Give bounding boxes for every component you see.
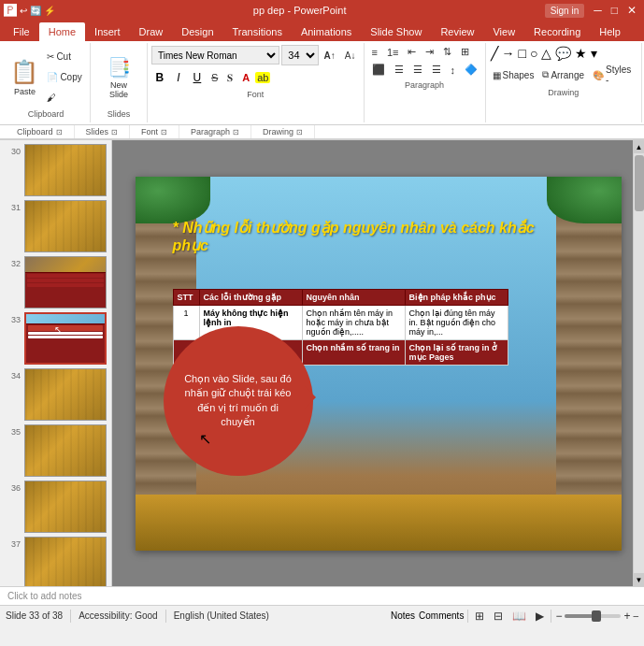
arrange-button[interactable]: ⧉ Arrange bbox=[539, 65, 587, 84]
vertical-scrollbar[interactable]: ▲ ▼ bbox=[633, 140, 644, 586]
scroll-up-btn[interactable]: ▲ bbox=[634, 140, 645, 153]
shape-star-icon[interactable]: ★ bbox=[574, 45, 588, 62]
italic-button[interactable]: I bbox=[170, 69, 187, 86]
smart-art-button[interactable]: 🔷 bbox=[461, 63, 481, 77]
titlebar: 🅿 ↩ 🔄 ⚡ pp dep - PowerPoint Sign in ─ □ … bbox=[0, 0, 644, 21]
shape-callout-icon[interactable]: 💬 bbox=[554, 45, 572, 62]
notes-bar[interactable]: Click to add notes bbox=[0, 586, 644, 605]
tab-review[interactable]: Review bbox=[431, 22, 483, 41]
justify-button[interactable]: ☰ bbox=[428, 63, 445, 77]
comments-button[interactable]: Comments bbox=[419, 610, 464, 621]
paragraph-collapse[interactable]: ⊡ bbox=[233, 128, 239, 136]
main-area: 30 31 32 bbox=[0, 140, 644, 586]
line-spacing-button[interactable]: ↕ bbox=[447, 64, 460, 77]
tab-insert[interactable]: Insert bbox=[85, 22, 130, 41]
callout-bubble[interactable]: Chọn vào Slide, sau đó nhấn giữ chuột tr… bbox=[164, 326, 313, 476]
scroll-down-btn[interactable]: ▼ bbox=[634, 573, 645, 586]
slide-thumb-33[interactable]: ↖ bbox=[24, 312, 107, 365]
align-right-button[interactable]: ☰ bbox=[409, 63, 426, 77]
tab-view[interactable]: View bbox=[483, 22, 524, 41]
increase-indent-button[interactable]: ⇥ bbox=[422, 45, 437, 59]
shapes-button[interactable]: ▦ Shapes bbox=[490, 65, 537, 84]
align-center-button[interactable]: ☰ bbox=[391, 63, 408, 77]
slide-thumb-30[interactable] bbox=[24, 144, 107, 196]
text-shadow-button[interactable]: 𝐒 bbox=[223, 71, 236, 85]
slide-title[interactable]: * Những lỗi thường gặp nguyên nhân và cá… bbox=[173, 219, 547, 254]
text-direction-button[interactable]: ⇅ bbox=[439, 45, 455, 59]
normal-view-btn[interactable]: ⊞ bbox=[472, 609, 487, 624]
tab-recording[interactable]: Recording bbox=[524, 22, 590, 41]
zoom-slider[interactable] bbox=[565, 614, 621, 618]
tab-transitions[interactable]: Transitions bbox=[223, 22, 292, 41]
notes-placeholder: Click to add notes bbox=[7, 591, 82, 601]
shape-more-icon[interactable]: ▾ bbox=[590, 45, 598, 62]
slide-panel[interactable]: 30 31 32 bbox=[0, 140, 112, 586]
format-painter-button[interactable]: 🖌 bbox=[44, 89, 84, 108]
table-cell-stt-1: 1 bbox=[173, 305, 199, 339]
new-slide-button[interactable]: 📑 New Slide bbox=[96, 47, 141, 108]
drawing-label: Drawing ⊡ bbox=[251, 125, 315, 138]
underline-button[interactable]: U bbox=[189, 69, 206, 86]
slide-thumb-35[interactable] bbox=[24, 424, 107, 477]
scroll-thumb[interactable] bbox=[635, 155, 644, 211]
bold-button[interactable]: B bbox=[151, 69, 168, 86]
align-left-button[interactable]: ⬛ bbox=[368, 63, 389, 77]
window-controls[interactable]: ─ □ ✕ bbox=[590, 4, 640, 17]
slide-canvas[interactable]: * Những lỗi thường gặp nguyên nhân và cá… bbox=[136, 177, 622, 551]
shape-rect-icon[interactable]: □ bbox=[518, 45, 527, 62]
drawing-collapse[interactable]: ⊡ bbox=[296, 128, 303, 136]
highlight-button[interactable]: ab bbox=[255, 72, 270, 83]
slide-info: Slide 33 of 38 bbox=[6, 610, 63, 621]
slide-thumb-36[interactable] bbox=[24, 481, 107, 533]
slides-collapse[interactable]: ⊡ bbox=[111, 128, 118, 136]
shape-oval-icon[interactable]: ○ bbox=[529, 45, 538, 62]
font-family-select[interactable]: Times New Roman bbox=[151, 46, 279, 65]
slide-thumb-32[interactable] bbox=[24, 256, 107, 309]
slide-thumb-wrapper-36: 36 bbox=[4, 481, 107, 533]
zoom-in-btn[interactable]: + bbox=[623, 610, 630, 623]
slide-thumb-37[interactable] bbox=[24, 537, 107, 586]
tab-animations[interactable]: Animations bbox=[292, 22, 361, 41]
strikethrough-button[interactable]: S bbox=[208, 71, 222, 84]
columns-button[interactable]: ⊞ bbox=[457, 45, 473, 59]
slide-thumb-wrapper-34: 34 bbox=[4, 368, 107, 421]
cut-button[interactable]: ✂ Cut bbox=[44, 48, 84, 66]
canvas-area[interactable]: ▲ ▼ * Những lỗi thường gặp nguyên nhân v… bbox=[112, 140, 644, 586]
reading-view-btn[interactable]: 📖 bbox=[509, 609, 529, 624]
slide-thumb-wrapper-33: 33 ↖ bbox=[4, 312, 107, 365]
font-color-button[interactable]: A bbox=[238, 71, 253, 84]
clipboard-group: 📋 Paste ✂ Cut 📄 Copy 🖌 Clipboard bbox=[2, 43, 91, 122]
zoom-out-btn[interactable]: − bbox=[555, 610, 562, 623]
copy-button[interactable]: 📄 Copy bbox=[44, 68, 84, 87]
tab-help[interactable]: Help bbox=[590, 22, 630, 41]
slide-thumb-31[interactable] bbox=[24, 200, 107, 252]
notes-button[interactable]: Notes bbox=[391, 610, 415, 621]
increase-font-button[interactable]: A↑ bbox=[321, 50, 339, 62]
numbered-list-button[interactable]: 1≡ bbox=[383, 46, 403, 59]
shape-triangle-icon[interactable]: △ bbox=[540, 45, 552, 62]
shape-arrow-icon[interactable]: → bbox=[501, 45, 516, 62]
paste-button[interactable]: 📋 Paste bbox=[7, 47, 42, 108]
slide-thumb-34[interactable] bbox=[24, 368, 107, 421]
font-collapse[interactable]: ⊡ bbox=[161, 128, 167, 136]
clipboard-collapse[interactable]: ⊡ bbox=[56, 128, 63, 136]
decrease-indent-button[interactable]: ⇤ bbox=[404, 45, 420, 59]
ribbon-tabs: File Home Insert Draw Design Transitions… bbox=[0, 21, 644, 41]
quick-styles-button[interactable]: 🎨 Styles - bbox=[590, 65, 637, 84]
zoom-handle[interactable] bbox=[592, 610, 601, 622]
tab-file[interactable]: File bbox=[4, 22, 39, 41]
tab-home[interactable]: Home bbox=[39, 22, 85, 41]
quick-styles-icon: 🎨 bbox=[593, 70, 604, 80]
font-size-select[interactable]: 34 bbox=[281, 45, 318, 65]
signin-button[interactable]: Sign in bbox=[545, 4, 585, 18]
decrease-font-button[interactable]: A↓ bbox=[341, 50, 360, 62]
slide-num-34: 34 bbox=[4, 368, 21, 380]
tab-draw[interactable]: Draw bbox=[130, 22, 173, 41]
tab-design[interactable]: Design bbox=[172, 22, 222, 41]
slideshow-btn[interactable]: ▶ bbox=[533, 609, 547, 624]
shape-line-icon[interactable]: ╱ bbox=[490, 45, 499, 62]
tab-slideshow[interactable]: Slide Show bbox=[361, 22, 431, 41]
slide-sorter-btn[interactable]: ⊟ bbox=[491, 609, 506, 624]
bullet-list-button[interactable]: ≡ bbox=[368, 46, 381, 59]
font-label: Font ⊡ bbox=[130, 125, 179, 138]
